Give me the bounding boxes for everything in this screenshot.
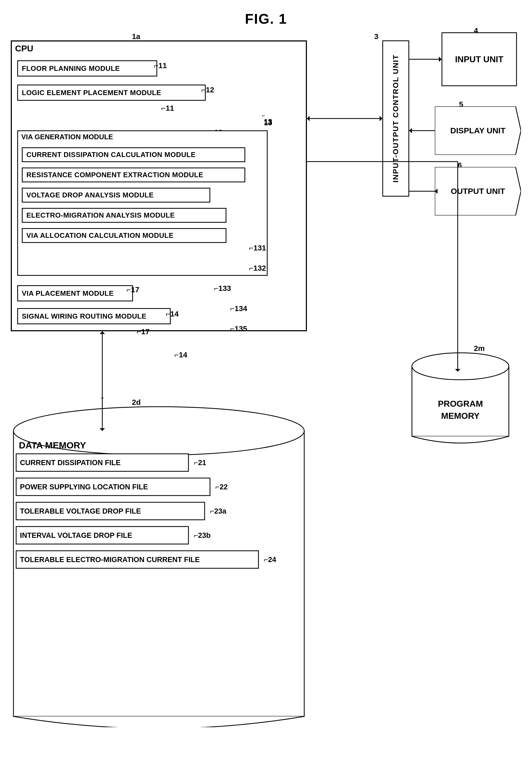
svg-text:⌐23a: ⌐23a: [210, 507, 227, 515]
svg-text:⌐23b: ⌐23b: [194, 531, 211, 539]
ref-12-label: ⌐12: [201, 86, 214, 94]
svg-marker-26: [379, 116, 382, 121]
cpu-label: CPU: [15, 44, 33, 54]
svg-text:INTERVAL VOLTAGE DROP FILE: INTERVAL VOLTAGE DROP FILE: [20, 531, 132, 539]
svg-text:TOLERABLE VOLTAGE DROP FILE: TOLERABLE VOLTAGE DROP FILE: [20, 507, 141, 515]
svg-text:MEMORY: MEMORY: [441, 411, 480, 421]
ref-131: ⌐131: [249, 244, 266, 252]
svg-text:⌐21: ⌐21: [194, 459, 206, 467]
svg-marker-32: [409, 128, 412, 133]
ref-1a: 1a: [132, 32, 140, 41]
ref-135: ⌐135: [230, 325, 247, 333]
logic-element-module: LOGIC ELEMENT PLACEMENT MODULE: [17, 84, 206, 101]
ref-11: ⌐11: [161, 104, 174, 113]
svg-text:TOLERABLE ELECTRO-MIGRATION CU: TOLERABLE ELECTRO-MIGRATION CURRENT FILE: [20, 556, 200, 564]
svg-text:CURRENT DISSIPATION FILE: CURRENT DISSIPATION FILE: [20, 459, 121, 467]
svg-text:POWER SUPPLYING LOCATION FILE: POWER SUPPLYING LOCATION FILE: [20, 483, 148, 491]
page-title: FIG. 1: [0, 0, 532, 35]
via-gen-box: VIA GENERATION MODULE CURRENT DISSIPATIO…: [17, 130, 267, 276]
voltage-drop-module: VOLTAGE DROP ANALYSIS MODULE: [22, 188, 210, 202]
via-gen-label: VIA GENERATION MODULE: [21, 133, 113, 141]
floor-planning-module: FLOOR PLANNING MODULE: [17, 60, 157, 76]
signal-wiring-module: SIGNAL WIRING ROUTING MODULE: [17, 308, 171, 324]
current-dissipation-calc-module: CURRENT DISSIPATION CALCULATION MODULE: [22, 147, 245, 162]
ref-14: ⌐14: [174, 351, 187, 359]
cpu-box: CPU FLOOR PLANNING MODULE ⌐11 LOGIC ELEM…: [11, 41, 307, 331]
io-control-box: INPUT-OUTPUT CONTROL UNIT: [382, 41, 409, 197]
ref-3: 3: [374, 32, 378, 41]
svg-marker-30: [439, 56, 442, 62]
via-allocation-module: VIA ALLOCATION CALCULATION MODULE: [22, 228, 226, 243]
ref-17: ⌐17: [137, 328, 150, 336]
svg-text:PROGRAM: PROGRAM: [438, 399, 483, 408]
svg-rect-6: [14, 431, 304, 716]
via-placement-module: VIA PLACEMENT MODULE: [17, 285, 133, 301]
ref-133: ⌐133: [214, 284, 231, 293]
ref-134: ⌐134: [230, 304, 247, 313]
resistance-component-module: RESISTANCE COMPONENT EXTRACTION MODULE: [22, 167, 245, 182]
input-unit-label: INPUT UNIT: [455, 53, 503, 65]
display-unit-label: DISPLAY UNIT: [450, 125, 505, 136]
ref-11-label: ⌐11: [154, 61, 167, 70]
input-unit-box: INPUT UNIT: [442, 32, 517, 86]
svg-text:⌐24: ⌐24: [264, 556, 276, 564]
ref-17-label: ⌐17: [127, 285, 140, 294]
program-memory: PROGRAM MEMORY: [409, 350, 511, 447]
svg-point-3: [412, 353, 509, 380]
display-unit-box: DISPLAY UNIT: [435, 106, 521, 155]
svg-text:⌐22: ⌐22: [215, 483, 228, 491]
electro-migration-module: ELECTRO-MIGRATION ANALYSIS MODULE: [22, 208, 226, 223]
ref-132: ⌐132: [249, 264, 266, 272]
svg-marker-37: [100, 331, 105, 334]
svg-marker-25: [307, 116, 310, 121]
output-unit-box: OUTPUT UNIT: [435, 167, 521, 215]
ref-13-tick: ⌐: [262, 113, 265, 119]
data-memory: DATA MEMORY CURRENT DISSIPATION FILE ⌐21…: [11, 404, 307, 727]
ref-14-label: ⌐14: [166, 310, 179, 318]
io-control-label: INPUT-OUTPUT CONTROL UNIT: [391, 54, 401, 182]
output-unit-label: OUTPUT UNIT: [451, 185, 505, 197]
svg-text:DATA MEMORY: DATA MEMORY: [19, 440, 86, 450]
